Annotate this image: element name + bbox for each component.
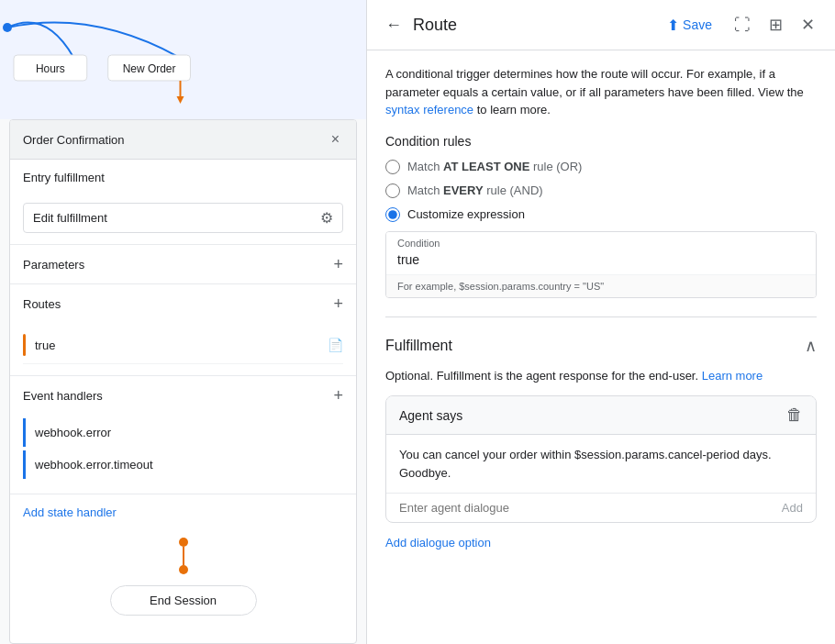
svg-text:New Order: New Order <box>123 62 176 75</box>
event-item-webhook-error[interactable]: webhook.error <box>23 418 343 447</box>
panel-title: Order Confirmation <box>23 133 125 147</box>
routes-section: Routes + true 📄 <box>10 284 356 376</box>
routes-header[interactable]: Routes + <box>10 284 356 323</box>
add-route-button[interactable]: + <box>333 295 343 312</box>
agent-says-card: Agent says 🗑 You can cancel your order w… <box>385 395 817 523</box>
radio-customize-input[interactable] <box>385 207 400 222</box>
route-label: true <box>35 339 328 352</box>
svg-text:Hours: Hours <box>36 62 65 75</box>
save-icon: ⬆ <box>667 17 679 34</box>
collapse-fulfillment-button[interactable]: ∧ <box>805 336 817 356</box>
info-description: A conditional trigger determines how the… <box>385 65 817 119</box>
routes-content: true 📄 <box>10 323 356 375</box>
info-text-end: to learn more. <box>473 103 551 117</box>
svg-marker-6 <box>177 96 184 104</box>
radio-match-every[interactable]: Match EVERY rule (AND) <box>385 183 817 198</box>
right-header: ← Route ⬆ Save ⛶ ⊞ ✕ <box>367 0 835 50</box>
condition-box: Condition For example, $session.params.c… <box>385 231 817 298</box>
add-inline-button[interactable]: Add <box>782 501 803 515</box>
event-handlers-label: Event handlers <box>23 389 103 403</box>
order-confirmation-panel: Order Confirmation × Entry fulfillment E… <box>9 119 357 644</box>
fulfillment-section-title: Fulfillment <box>385 338 452 354</box>
route-title: Route <box>413 16 651 35</box>
parameters-label: Parameters <box>23 258 84 272</box>
end-session-label: End Session <box>150 594 217 607</box>
save-button[interactable]: ⬆ Save <box>658 11 721 39</box>
entry-fulfillment-label: Entry fulfillment <box>23 171 105 184</box>
add-state-handler-link[interactable]: Add state handler <box>10 494 356 530</box>
routes-label: Routes <box>23 297 61 311</box>
condition-input[interactable] <box>386 249 816 274</box>
fulfillment-section-header: Fulfillment ∧ <box>385 336 817 356</box>
agent-dialogue-input[interactable] <box>399 501 774 515</box>
canvas-area: Hours New Order <box>0 0 366 119</box>
agent-dialogue-input-row: Add <box>386 494 816 522</box>
right-panel: ← Route ⬆ Save ⛶ ⊞ ✕ A conditional trigg… <box>367 0 835 644</box>
radio-match-every-label: Match EVERY rule (AND) <box>407 183 543 197</box>
optional-text-before: Optional. Fulfillment is the agent respo… <box>385 369 702 383</box>
condition-hint: For example, $session.params.country = "… <box>386 274 816 297</box>
panel-close-button[interactable]: × <box>328 129 343 150</box>
connector-dot-top <box>179 538 188 547</box>
entry-fulfillment-content: Edit fulfillment ⚙ <box>10 195 356 244</box>
save-label: Save <box>683 17 712 32</box>
route-indicator <box>23 334 26 356</box>
event-handlers-content: webhook.error webhook.error.timeout <box>10 415 356 494</box>
fulfillment-input-row[interactable]: Edit fulfillment ⚙ <box>23 203 343 233</box>
canvas-svg: Hours New Order <box>0 0 366 119</box>
right-content: A conditional trigger determines how the… <box>367 50 835 644</box>
delete-agent-says-button[interactable]: 🗑 <box>786 405 803 425</box>
event-handlers-header[interactable]: Event handlers + <box>10 376 356 415</box>
fulfillment-section: Fulfillment ∧ Optional. Fulfillment is t… <box>385 336 817 550</box>
radio-match-one[interactable]: Match AT LEAST ONE rule (OR) <box>385 160 817 174</box>
event-handlers-section: Event handlers + webhook.error webhook.e… <box>10 376 356 494</box>
expand-button[interactable]: ⛶ <box>729 10 756 40</box>
parameters-header[interactable]: Parameters + <box>10 245 356 283</box>
radio-match-every-input[interactable] <box>385 183 400 198</box>
fulfillment-optional-text: Optional. Fulfillment is the agent respo… <box>385 367 817 385</box>
fulfillment-settings-icon: ⚙ <box>320 209 333 227</box>
condition-rules-label: Condition rules <box>385 134 817 149</box>
route-item[interactable]: true 📄 <box>23 327 343 364</box>
syntax-reference-link[interactable]: syntax reference <box>385 103 473 117</box>
fulfillment-input-text: Edit fulfillment <box>33 211 320 225</box>
panel-header: Order Confirmation × <box>10 120 356 160</box>
add-dialogue-option-link[interactable]: Add dialogue option <box>385 536 491 550</box>
section-divider <box>385 316 817 317</box>
event-label-webhook-error-timeout: webhook.error.timeout <box>35 458 153 472</box>
agent-says-header: Agent says 🗑 <box>386 396 816 435</box>
end-session-node: End Session <box>110 585 257 616</box>
bottom-connector <box>10 530 356 582</box>
learn-more-link[interactable]: Learn more <box>702 369 763 383</box>
radio-match-one-input[interactable] <box>385 160 400 174</box>
connector-line <box>183 547 184 565</box>
condition-field-label: Condition <box>386 232 816 249</box>
radio-customize-label: Customize expression <box>407 207 525 221</box>
event-item-webhook-error-timeout[interactable]: webhook.error.timeout <box>23 450 343 479</box>
layout-button[interactable]: ⊞ <box>763 9 788 40</box>
connector-dot-bottom <box>179 565 188 574</box>
parameters-section: Parameters + <box>10 245 356 284</box>
agent-message: You can cancel your order within $sessio… <box>386 435 816 494</box>
radio-match-one-label: Match AT LEAST ONE rule (OR) <box>407 160 582 173</box>
radio-customize[interactable]: Customize expression <box>385 207 817 222</box>
agent-says-title: Agent says <box>399 408 462 423</box>
add-event-handler-button[interactable]: + <box>333 387 343 404</box>
entry-fulfillment-header[interactable]: Entry fulfillment <box>10 160 356 195</box>
entry-fulfillment-section: Entry fulfillment Edit fulfillment ⚙ <box>10 160 356 245</box>
event-label-webhook-error: webhook.error <box>35 426 111 439</box>
route-doc-icon: 📄 <box>328 338 343 352</box>
left-panel: Hours New Order Order Confirmation × Ent… <box>0 0 367 644</box>
close-panel-button[interactable]: ✕ <box>796 9 820 40</box>
back-button[interactable]: ← <box>382 12 406 39</box>
condition-rules-section: Condition rules Match AT LEAST ONE rule … <box>385 134 817 298</box>
add-parameter-button[interactable]: + <box>333 256 343 272</box>
info-text-before: A conditional trigger determines how the… <box>385 67 804 99</box>
